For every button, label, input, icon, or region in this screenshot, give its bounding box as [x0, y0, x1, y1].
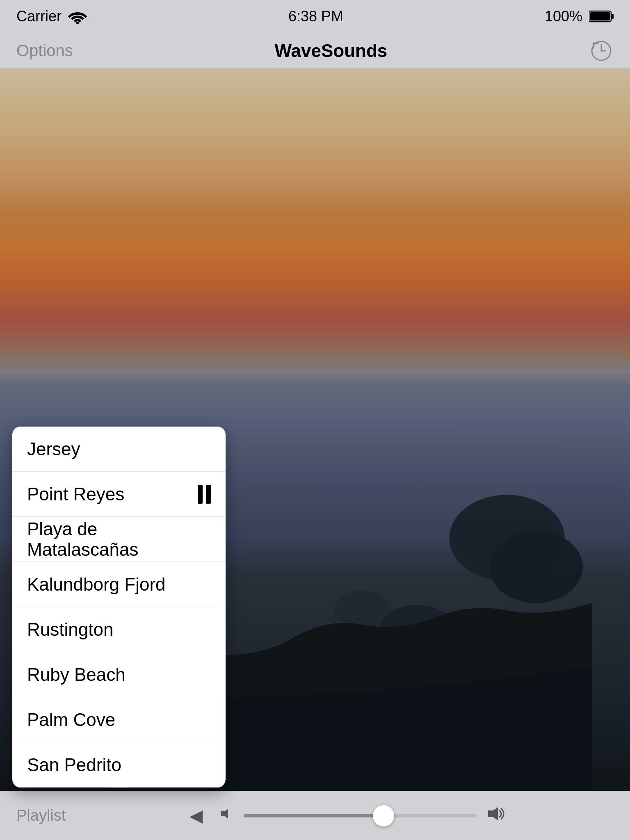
list-item-label: Jersey — [27, 439, 80, 459]
history-icon — [590, 40, 612, 62]
list-item-0[interactable]: Jersey — [12, 427, 226, 472]
list-item-2[interactable]: Playa de Matalascañas — [12, 517, 226, 562]
app-title: WaveSounds — [275, 41, 388, 61]
volume-track[interactable] — [244, 814, 477, 817]
list-item-label: Kalundborg Fjord — [27, 574, 166, 595]
list-item-7[interactable]: San Pedrito — [12, 742, 226, 788]
volume-low-icon — [219, 806, 234, 825]
svg-rect-2 — [611, 14, 614, 19]
battery-label: 100% — [545, 8, 582, 25]
list-item-label: Playa de Matalascañas — [27, 519, 211, 560]
list-item-label: Ruby Beach — [27, 664, 126, 685]
volume-thumb[interactable] — [373, 805, 394, 826]
pause-icon — [198, 485, 211, 504]
list-item-6[interactable]: Palm Cove — [12, 697, 226, 742]
status-right: 100% — [545, 8, 614, 25]
options-button[interactable]: Options — [16, 41, 73, 60]
wifi-icon — [68, 9, 87, 24]
list-item-label: Palm Cove — [27, 710, 115, 730]
status-time: 6:38 PM — [288, 8, 343, 25]
list-item-label: Rustington — [27, 619, 113, 640]
svg-point-8 — [489, 531, 583, 603]
status-left: Carrier — [16, 8, 87, 25]
nav-bar: Options WaveSounds — [0, 33, 630, 69]
volume-high-icon — [486, 804, 506, 828]
list-item-label: San Pedrito — [27, 755, 121, 775]
list-item-5[interactable]: Ruby Beach — [12, 652, 226, 697]
volume-slider-container — [219, 804, 506, 828]
list-item-label: Point Reyes — [27, 484, 124, 504]
popup-list: JerseyPoint ReyesPlaya de MatalascañasKa… — [12, 427, 226, 788]
list-item-3[interactable]: Kalundborg Fjord — [12, 562, 226, 607]
back-button[interactable]: ◀ — [189, 806, 203, 826]
status-bar: Carrier 6:38 PM 100% — [0, 0, 630, 33]
history-button[interactable] — [589, 39, 614, 63]
playback-controls: ◀ — [82, 804, 614, 828]
list-item-4[interactable]: Rustington — [12, 607, 226, 652]
bottom-toolbar: Playlist ◀ — [0, 791, 630, 840]
carrier-label: Carrier — [16, 8, 62, 25]
svg-marker-11 — [221, 809, 228, 819]
svg-rect-3 — [590, 12, 610, 21]
popup-arrow — [110, 787, 128, 788]
svg-marker-12 — [488, 807, 498, 820]
list-item-1[interactable]: Point Reyes — [12, 472, 226, 517]
svg-point-0 — [76, 22, 79, 24]
playlist-button[interactable]: Playlist — [16, 807, 82, 824]
battery-icon — [589, 10, 614, 23]
